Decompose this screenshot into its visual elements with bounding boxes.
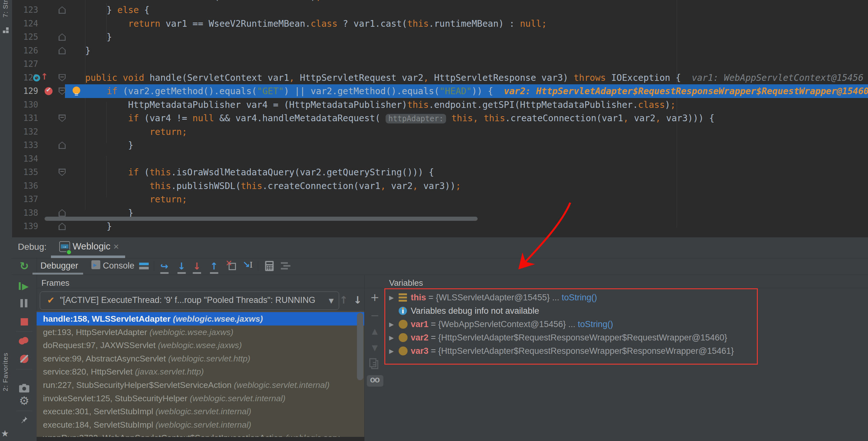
editor-line-135[interactable]: 135− if (this.isOraWsdlMetadataQuery(var… — [12, 165, 868, 179]
line-number: 133 — [12, 138, 38, 152]
copy-icon[interactable] — [371, 360, 378, 369]
tab-console[interactable]: Console — [103, 261, 134, 271]
move-watch-up-button[interactable]: ▲ — [372, 327, 378, 336]
thread-dump-camera-icon[interactable] — [19, 385, 29, 393]
variables-tree[interactable]: ▶this = {WLSServletAdapter@15455} ... to… — [385, 289, 868, 366]
editor-line-133[interactable]: 133 } — [12, 138, 868, 152]
add-watch-button[interactable]: + — [370, 291, 379, 304]
next-frame-button[interactable]: ↓ — [353, 294, 362, 306]
frame-row[interactable]: get:193, HttpServletAdapter (weblogic.ws… — [37, 326, 364, 339]
frames-variables-splitter[interactable] — [364, 275, 365, 441]
show-execution-point-icon[interactable] — [139, 263, 149, 270]
expand-arrow-icon[interactable]: ▶ — [389, 331, 394, 344]
editor-line-129[interactable]: 129✔− if (var2.getMethod().equals("GET")… — [12, 84, 868, 98]
code-text: } — [64, 44, 90, 58]
mute-breakpoints-icon[interactable] — [20, 355, 28, 363]
thread-selector-dropdown[interactable]: ✔ "[ACTIVE] ExecuteThread: '9' f...roup … — [40, 292, 339, 310]
tostring-link[interactable]: toString() — [578, 319, 613, 329]
expand-arrow-icon[interactable]: ▶ — [389, 291, 394, 304]
breakpoint-icon[interactable]: ✔ — [44, 87, 53, 95]
rerun-debug-button[interactable]: ↻ — [20, 260, 29, 272]
editor-line-126[interactable]: 126 } — [12, 44, 868, 58]
remove-watch-button[interactable]: − — [370, 309, 379, 322]
view-breakpoints-icon[interactable] — [19, 337, 30, 346]
editor-line-124[interactable]: 124 return var1 == WseeV2RuntimeMBean.cl… — [12, 17, 868, 31]
variable-row-this[interactable]: ▶this = {WLSServletAdapter@15455} ... to… — [385, 291, 868, 304]
stop-button[interactable]: ■ — [20, 315, 29, 327]
line-number: 135 — [12, 165, 38, 179]
editor-horizontal-scrollbar[interactable] — [44, 217, 477, 221]
session-tab-underline — [51, 256, 125, 258]
code-text: return; — [64, 125, 187, 139]
editor-line-136[interactable]: 136 this.publishWSDL(this.createConnecti… — [12, 179, 868, 193]
variable-row-var3[interactable]: ▶var3 = {HttpServletAdapter$RequestRespo… — [385, 344, 868, 358]
line-number: 124 — [12, 17, 38, 31]
code-text: return var1.cast(this.runtimeMBean); — [64, 0, 321, 3]
step-out-icon[interactable]: ↑ — [210, 261, 218, 272]
frames-list[interactable]: handle:158, WLSServletAdapter (weblogic.… — [37, 311, 364, 437]
editor-line-131[interactable]: 131− if (var4 != null && var4.handleMeta… — [12, 111, 868, 125]
frame-row[interactable]: run:227, StubSecurityHelper$ServletServi… — [37, 378, 364, 392]
step-into-icon[interactable]: ↓ — [177, 261, 185, 272]
favorites-stripe-button[interactable]: 2: Favorites — [2, 352, 9, 392]
move-watch-down-button[interactable]: ▼ — [372, 343, 378, 352]
editor-line-123[interactable]: 123 } else { — [12, 3, 868, 17]
editor-line-122[interactable]: 122 return var1.cast(this.runtimeMBean); — [12, 0, 868, 3]
layout-settings-icon[interactable] — [281, 262, 290, 270]
editor-line-125[interactable]: 125 } — [12, 30, 868, 44]
editor-line-130[interactable]: 130 HttpMetadataPublisher var4 = (HttpMe… — [12, 98, 868, 112]
structure-icon — [3, 27, 9, 33]
frames-hscrollbar-track[interactable] — [37, 437, 364, 441]
expand-arrow-icon[interactable]: ▶ — [389, 317, 394, 331]
step-over-icon[interactable]: ↪ — [160, 261, 168, 272]
frame-row[interactable]: service:99, AbstractAsyncServlet (weblog… — [37, 352, 364, 365]
frames-panel-title: Frames — [41, 278, 69, 288]
line-number: 123 — [12, 3, 38, 17]
variable-row-var1[interactable]: ▶var1 = {WebAppServletContext@15456} ...… — [385, 317, 868, 331]
overrides-method-icon[interactable] — [33, 74, 40, 81]
frame-row[interactable]: doRequest:97, JAXWSServlet (weblogic.wse… — [37, 339, 364, 352]
tab-debugger[interactable]: Debugger — [40, 261, 78, 271]
code-text: return; — [64, 193, 187, 206]
console-icon: ▸ — [91, 260, 100, 269]
evaluate-expression-icon[interactable] — [265, 261, 274, 271]
code-text: HttpMetadataPublisher var4 = (HttpMetada… — [64, 98, 676, 112]
expand-arrow-icon[interactable]: ▶ — [389, 344, 394, 358]
variable-row-var2[interactable]: ▶var2 = {HttpServletAdapter$RequestRespo… — [385, 331, 868, 344]
line-number: 127 — [12, 57, 38, 71]
line-number: 136 — [12, 179, 38, 193]
editor-line-128[interactable]: 128↑− public void handle(ServletContext … — [12, 71, 868, 84]
frame-row[interactable]: invokeServlet:125, StubSecurityHelper (w… — [37, 392, 364, 405]
frame-row[interactable]: handle:158, WLSServletAdapter (weblogic.… — [37, 312, 364, 326]
editor-line-137[interactable]: 137 return; — [12, 193, 868, 206]
code-text: } — [64, 138, 133, 152]
force-step-into-icon[interactable]: ↓ — [193, 261, 200, 272]
code-text: } else { — [64, 3, 150, 17]
frame-row[interactable]: execute:301, ServletStubImpl (weblogic.s… — [37, 405, 364, 418]
editor-line-127[interactable]: 127 — [12, 57, 868, 71]
line-number: 139 — [12, 219, 38, 233]
settings-gear-icon[interactable]: ⚙ — [19, 394, 29, 407]
resume-button[interactable]: ▶ — [20, 281, 29, 291]
editor-line-132[interactable]: 132 return; — [12, 125, 868, 139]
variables-info-row[interactable]: Variables debug info not available — [385, 304, 868, 317]
run-to-cursor-icon[interactable]: ↘ I — [243, 261, 254, 271]
parameter-icon — [399, 320, 408, 329]
tostring-link[interactable]: toString() — [562, 293, 597, 302]
close-icon[interactable]: × — [113, 241, 119, 252]
frame-row[interactable]: execute:184, ServletStubImpl (weblogic.s… — [37, 418, 364, 432]
editor-line-139[interactable]: 139 } — [12, 219, 868, 233]
debug-configuration-icon: → — [59, 241, 70, 252]
line-number: 131 — [12, 111, 38, 125]
structure-stripe-button[interactable]: 7: Stru — [2, 0, 9, 18]
code-editor[interactable]: 122 return var1.cast(this.runtimeMBean);… — [12, 0, 868, 237]
pause-button[interactable] — [20, 299, 28, 307]
frames-scrollbar[interactable] — [357, 313, 363, 380]
frame-row[interactable]: wrapRun:3732, WebAppServletContext$Servl… — [37, 431, 364, 437]
editor-line-134[interactable]: 134 — [12, 152, 868, 166]
frame-row[interactable]: service:820, HttpServlet (javax.servlet.… — [37, 365, 364, 378]
previous-frame-button[interactable]: ↑ — [339, 294, 348, 306]
show-watches-glasses-button[interactable]: oo — [367, 375, 383, 386]
drop-frame-icon[interactable]: ✕ — [227, 262, 236, 270]
pin-icon[interactable] — [20, 415, 28, 425]
